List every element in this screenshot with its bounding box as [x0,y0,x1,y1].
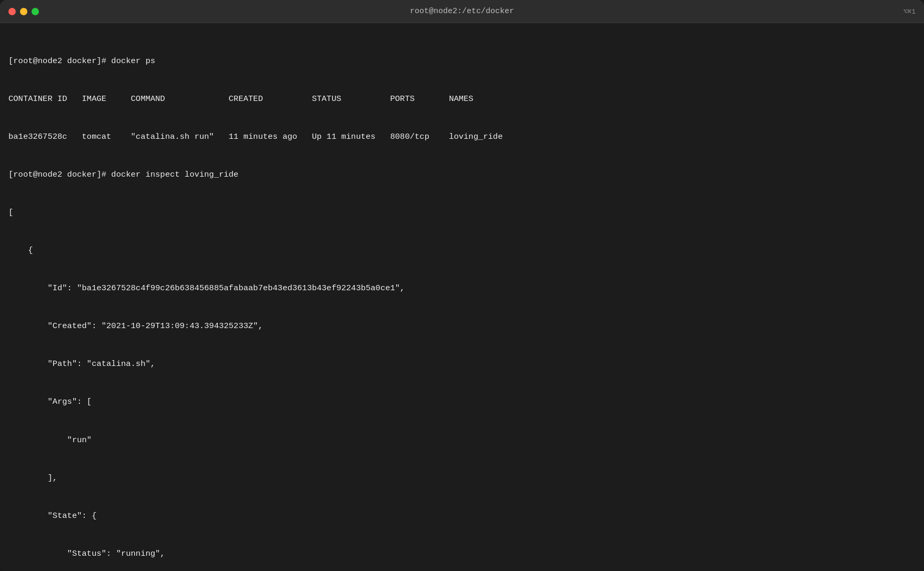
minimize-button[interactable] [20,8,27,15]
terminal-line-9: "Path": "catalina.sh", [8,358,916,370]
keyboard-shortcut: ⌥⌘1 [903,7,916,16]
terminal-line-1: [root@node2 docker]# docker ps [8,55,916,67]
titlebar: root@node2:/etc/docker ⌥⌘1 [0,0,924,23]
terminal-line-2: CONTAINER ID IMAGE COMMAND CREATED STATU… [8,93,916,105]
terminal-line-14: "Status": "running", [8,547,916,560]
terminal-line-4: [root@node2 docker]# docker inspect lovi… [8,168,916,181]
terminal-line-5: [ [8,206,916,219]
terminal-line-8: "Created": "2021-10-29T13:09:43.39432523… [8,320,916,332]
terminal-window: root@node2:/etc/docker ⌥⌘1 [root@node2 d… [0,0,924,571]
terminal-line-6: { [8,244,916,257]
terminal-content[interactable]: [root@node2 docker]# docker ps CONTAINER… [0,23,924,571]
terminal-line-13: "State": { [8,509,916,522]
terminal-line-3: ba1e3267528c tomcat "catalina.sh run" 11… [8,130,916,143]
terminal-line-10: "Args": [ [8,395,916,408]
window-title: root@node2:/etc/docker [410,7,514,16]
close-button[interactable] [8,8,16,15]
window-controls [8,8,39,15]
terminal-line-12: ], [8,472,916,484]
terminal-line-11: "run" [8,434,916,446]
terminal-line-7: "Id": "ba1e3267528c4f99c26b638456885afab… [8,282,916,294]
maximize-button[interactable] [32,8,39,15]
